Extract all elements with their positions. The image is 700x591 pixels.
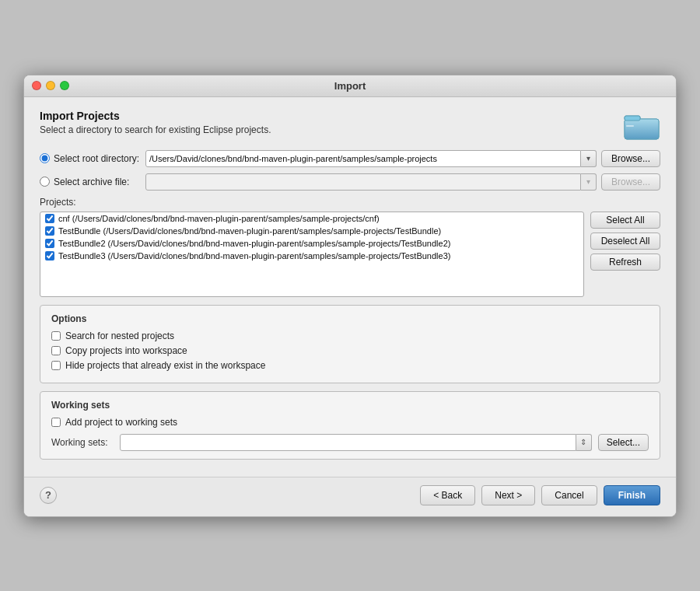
root-path-input[interactable] <box>145 150 581 167</box>
header-section: Import Projects Select a directory to se… <box>40 110 660 141</box>
import-dialog: Import Import Projects Select a director… <box>23 75 677 517</box>
project-checkbox-testbundle[interactable] <box>45 226 54 236</box>
select-all-button[interactable]: Select All <box>590 212 660 229</box>
archive-browse-button[interactable]: Browse... <box>601 173 660 191</box>
add-working-set-row[interactable]: Add project to working sets <box>51 417 649 428</box>
dialog-subtitle: Select a directory to search for existin… <box>40 124 271 135</box>
list-item[interactable]: TestBundle2 (/Users/David/clones/bnd/bnd… <box>40 237 583 250</box>
projects-label: Projects: <box>40 197 660 208</box>
add-working-set-label: Add project to working sets <box>65 417 177 428</box>
archive-file-radio[interactable] <box>40 177 50 187</box>
project-name-testbundle2: TestBundle2 (/Users/David/clones/bnd/bnd… <box>58 239 450 248</box>
add-working-set-checkbox[interactable] <box>51 418 61 427</box>
search-nested-label: Search for nested projects <box>65 330 174 341</box>
search-nested-row[interactable]: Search for nested projects <box>51 330 649 341</box>
archive-file-radio-label[interactable]: Select archive file: <box>40 177 141 187</box>
working-sets-input-row: Working sets: ⇕ Select... <box>51 434 649 451</box>
working-sets-input[interactable] <box>120 434 576 451</box>
list-item[interactable]: TestBundle (/Users/David/clones/bnd/bnd-… <box>40 225 583 237</box>
minimize-button[interactable] <box>46 81 55 90</box>
maximize-button[interactable] <box>60 81 69 90</box>
archive-file-row: Select archive file: ▾ Browse... <box>40 173 660 191</box>
close-button[interactable] <box>32 81 41 90</box>
back-button[interactable]: < Back <box>420 485 475 505</box>
copy-projects-checkbox[interactable] <box>51 346 61 355</box>
projects-container: cnf (/Users/David/clones/bnd/bnd-maven-p… <box>40 212 660 297</box>
options-section: Options Search for nested projects Copy … <box>40 305 660 383</box>
help-button[interactable]: ? <box>40 487 57 504</box>
projects-buttons: Select All Deselect All Refresh <box>590 212 660 297</box>
working-sets-dropdown[interactable]: ⇕ <box>576 434 592 451</box>
cancel-button[interactable]: Cancel <box>541 485 597 505</box>
working-sets-section: Working sets Add project to working sets… <box>40 391 660 460</box>
archive-path-input[interactable] <box>145 173 581 191</box>
list-item[interactable]: cnf (/Users/David/clones/bnd/bnd-maven-p… <box>40 212 583 225</box>
working-sets-label: Working sets: <box>51 437 114 448</box>
hide-existing-label: Hide projects that already exist in the … <box>65 360 265 371</box>
main-content: Import Projects Select a directory to se… <box>24 97 676 477</box>
project-checkbox-testbundle3[interactable] <box>45 251 54 261</box>
working-sets-input-container: ⇕ <box>120 434 592 451</box>
copy-projects-row[interactable]: Copy projects into workspace <box>51 345 649 356</box>
list-item[interactable]: TestBundle3 (/Users/David/clones/bnd/bnd… <box>40 250 583 262</box>
footer: ? < Back Next > Cancel Finish <box>24 477 676 516</box>
working-sets-select-button[interactable]: Select... <box>598 434 649 451</box>
root-browse-button[interactable]: Browse... <box>601 150 660 167</box>
hide-existing-checkbox[interactable] <box>51 361 61 370</box>
archive-file-label: Select archive file: <box>54 177 129 187</box>
finish-button[interactable]: Finish <box>604 485 660 505</box>
root-path-container: ▾ <box>145 150 597 167</box>
root-path-dropdown[interactable]: ▾ <box>581 150 597 167</box>
svg-rect-2 <box>625 119 659 139</box>
footer-left: ? <box>40 487 414 504</box>
working-sets-title: Working sets <box>51 400 649 411</box>
deselect-all-button[interactable]: Deselect All <box>590 233 660 250</box>
help-icon: ? <box>45 489 51 501</box>
hide-existing-row[interactable]: Hide projects that already exist in the … <box>51 360 649 371</box>
folder-svg <box>623 110 660 141</box>
window-title: Import <box>334 80 366 92</box>
copy-projects-label: Copy projects into workspace <box>65 345 187 356</box>
refresh-button[interactable]: Refresh <box>590 254 660 271</box>
svg-rect-3 <box>625 116 640 121</box>
traffic-lights <box>32 81 69 90</box>
svg-rect-4 <box>626 125 634 127</box>
archive-path-container: ▾ <box>145 173 597 191</box>
root-directory-radio-label[interactable]: Select root directory: <box>40 153 141 164</box>
project-checkbox-testbundle2[interactable] <box>45 239 54 248</box>
project-name-testbundle3: TestBundle3 (/Users/David/clones/bnd/bnd… <box>58 251 450 261</box>
project-checkbox-cnf[interactable] <box>45 214 54 223</box>
project-name-cnf: cnf (/Users/David/clones/bnd/bnd-maven-p… <box>58 214 380 223</box>
search-nested-checkbox[interactable] <box>51 331 61 341</box>
folder-icon <box>623 110 660 141</box>
options-title: Options <box>51 313 649 324</box>
projects-list[interactable]: cnf (/Users/David/clones/bnd/bnd-maven-p… <box>40 212 584 297</box>
next-button[interactable]: Next > <box>481 485 535 505</box>
dialog-title: Import Projects <box>40 110 271 122</box>
root-directory-radio[interactable] <box>40 153 50 163</box>
titlebar: Import <box>24 75 676 97</box>
root-directory-row: Select root directory: ▾ Browse... <box>40 150 660 167</box>
root-directory-label: Select root directory: <box>54 153 139 164</box>
archive-path-dropdown[interactable]: ▾ <box>581 173 597 191</box>
header-text: Import Projects Select a directory to se… <box>40 110 271 135</box>
project-name-testbundle: TestBundle (/Users/David/clones/bnd/bnd-… <box>58 226 441 236</box>
